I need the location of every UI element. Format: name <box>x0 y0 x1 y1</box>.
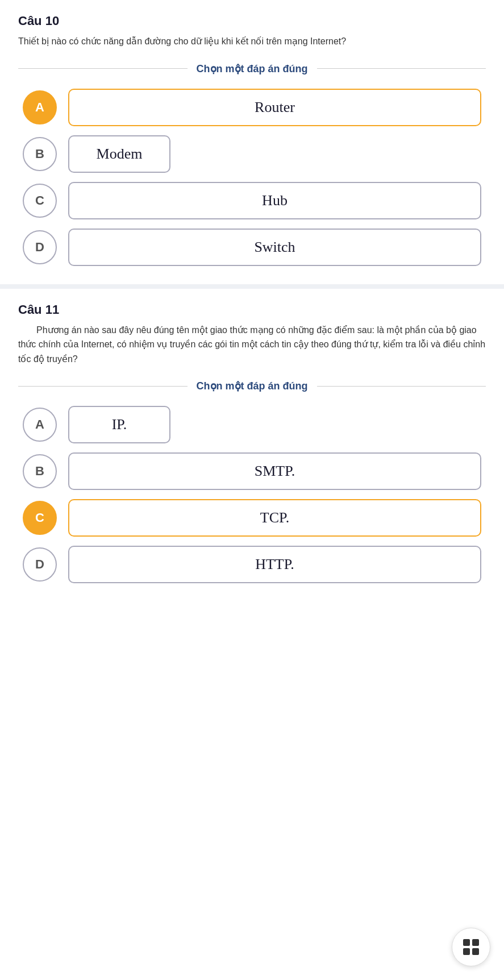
grid-icon <box>463 939 479 955</box>
option-11-b-circle: B <box>23 454 57 488</box>
option-11-d-circle: D <box>23 547 57 582</box>
option-10-c-circle: C <box>23 184 57 218</box>
grid-cell-3 <box>463 948 470 955</box>
question-11-text: Phương án nào sau đây nêu đúng tên một g… <box>18 323 486 367</box>
fab-grid-button[interactable] <box>452 928 490 966</box>
question-11-options: A IP. B SMTP. C TCP. D HTTP. <box>18 406 486 583</box>
question-10-block: Câu 10 Thiết bị nào có chức năng dẫn đườ… <box>0 0 504 284</box>
question-11-title: Câu 11 <box>18 302 486 317</box>
choose-label-11-row: Chọn một đáp án đúng <box>18 380 486 392</box>
option-11-b-box: SMTP. <box>68 452 481 490</box>
option-11-c-box: TCP. <box>68 499 481 537</box>
section-divider <box>0 284 504 289</box>
option-10-a[interactable]: A Router <box>23 89 481 126</box>
choose-label-10: Chọn một đáp án đúng <box>188 63 317 75</box>
option-11-a[interactable]: A IP. <box>23 406 481 443</box>
option-10-c-box: Hub <box>68 182 481 219</box>
grid-cell-1 <box>463 939 470 946</box>
choose-label-10-row: Chọn một đáp án đúng <box>18 63 486 75</box>
question-10-title: Câu 10 <box>18 14 486 28</box>
option-11-b[interactable]: B SMTP. <box>23 452 481 490</box>
option-11-d-box: HTTP. <box>68 546 481 583</box>
option-10-a-circle: A <box>23 90 57 124</box>
question-11-block: Câu 11 Phương án nào sau đây nêu đúng tê… <box>0 289 504 602</box>
option-11-d[interactable]: D HTTP. <box>23 546 481 583</box>
grid-cell-4 <box>472 948 479 955</box>
option-10-b[interactable]: B Modem <box>23 135 481 173</box>
option-10-a-box: Router <box>68 89 481 126</box>
option-10-d[interactable]: D Switch <box>23 229 481 266</box>
question-10-options: A Router B Modem C Hub D Switch <box>18 89 486 266</box>
option-10-d-box: Switch <box>68 229 481 266</box>
option-11-a-circle: A <box>23 408 57 442</box>
option-11-c-circle: C <box>23 501 57 535</box>
option-10-c[interactable]: C Hub <box>23 182 481 219</box>
grid-cell-2 <box>472 939 479 946</box>
option-10-d-circle: D <box>23 230 57 264</box>
option-11-a-box: IP. <box>68 406 170 443</box>
question-10-text: Thiết bị nào có chức năng dẫn đường cho … <box>18 34 486 49</box>
choose-label-11: Chọn một đáp án đúng <box>188 380 317 392</box>
option-11-c[interactable]: C TCP. <box>23 499 481 537</box>
option-10-b-box: Modem <box>68 135 170 173</box>
option-10-b-circle: B <box>23 137 57 171</box>
